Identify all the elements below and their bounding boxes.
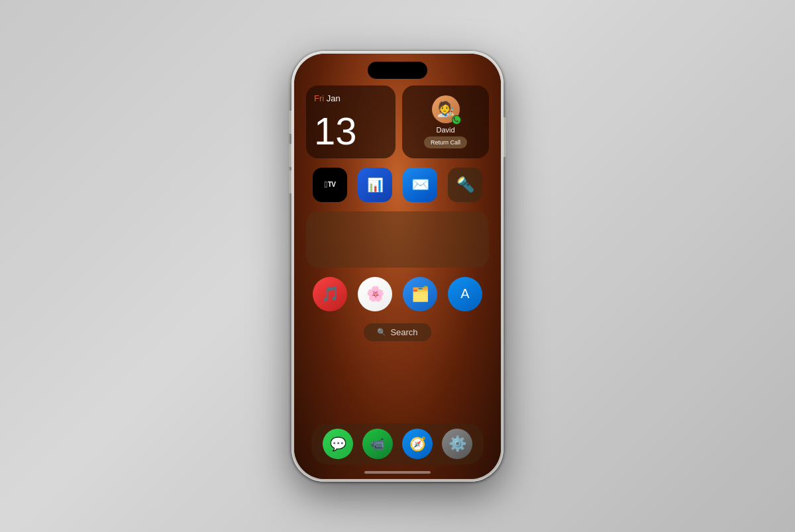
files-icon[interactable]: 🗂️ (403, 277, 437, 311)
apple-tv-icon[interactable]:  TV (313, 168, 347, 202)
phone-screen: Fri Jan 13 🧑‍🎨 📞 David Return Call (294, 54, 501, 479)
empty-widget (306, 211, 489, 268)
search-button[interactable]: 🔍 Search (364, 323, 431, 341)
dock: 💬 📹 🧭 ⚙️ (311, 423, 484, 464)
facetime-dock-icon[interactable]: 📹 (362, 429, 393, 459)
photos-icon[interactable]: 🌸 (358, 277, 392, 311)
search-bar-container: 🔍 Search (306, 321, 489, 344)
calendar-day: Fri (314, 93, 324, 103)
calendar-month: Jan (327, 93, 341, 103)
mail-icon[interactable]: ✉️ (403, 168, 437, 202)
calendar-header: Fri Jan (314, 93, 388, 103)
settings-symbol: ⚙️ (449, 435, 466, 452)
apple-tv-logo:  TV (324, 180, 335, 189)
contact-name: David (436, 126, 454, 134)
calendar-widget[interactable]: Fri Jan 13 (306, 85, 396, 158)
messages-symbol: 💬 (330, 436, 346, 452)
music-icon[interactable]: 🎵 (313, 277, 347, 311)
appstore-symbol: A (460, 286, 469, 301)
search-icon: 🔍 (377, 328, 386, 337)
keynote-icon[interactable]: 📊 (358, 168, 392, 202)
apple-symbol:  (324, 180, 327, 189)
messages-dock-icon[interactable]: 💬 (323, 429, 353, 459)
contact-widget[interactable]: 🧑‍🎨 📞 David Return Call (402, 85, 489, 158)
calendar-date: 13 (314, 112, 388, 150)
widgets-row: Fri Jan 13 🧑‍🎨 📞 David Return Call (306, 85, 489, 158)
app-row-1:  TV 📊 ✉️ 🔦 (306, 165, 489, 205)
mail-symbol: ✉️ (411, 176, 429, 193)
search-label: Search (390, 327, 417, 337)
flashlight-icon[interactable]: 🔦 (448, 168, 482, 202)
keynote-symbol: 📊 (367, 177, 384, 193)
call-badge: 📞 (452, 115, 461, 125)
safari-symbol: 🧭 (409, 436, 426, 452)
facetime-symbol: 📹 (370, 437, 385, 451)
home-screen: Fri Jan 13 🧑‍🎨 📞 David Return Call (294, 54, 501, 479)
flashlight-symbol: 🔦 (456, 176, 474, 193)
photos-symbol: 🌸 (366, 286, 384, 303)
phone-frame: Fri Jan 13 🧑‍🎨 📞 David Return Call (292, 51, 504, 482)
music-symbol: 🎵 (321, 286, 339, 303)
safari-dock-icon[interactable]: 🧭 (402, 429, 433, 459)
avatar-emoji: 🧑‍🎨 (437, 101, 454, 118)
files-symbol: 🗂️ (411, 286, 429, 303)
app-row-2: 🎵 🌸 🗂️ A (306, 274, 489, 314)
return-call-button[interactable]: Return Call (424, 136, 467, 148)
contact-avatar: 🧑‍🎨 📞 (432, 95, 460, 123)
home-indicator (364, 471, 431, 474)
dynamic-island (368, 62, 427, 79)
tv-text: TV (328, 181, 336, 188)
settings-dock-icon[interactable]: ⚙️ (442, 429, 472, 459)
appstore-icon[interactable]: A (448, 277, 482, 311)
